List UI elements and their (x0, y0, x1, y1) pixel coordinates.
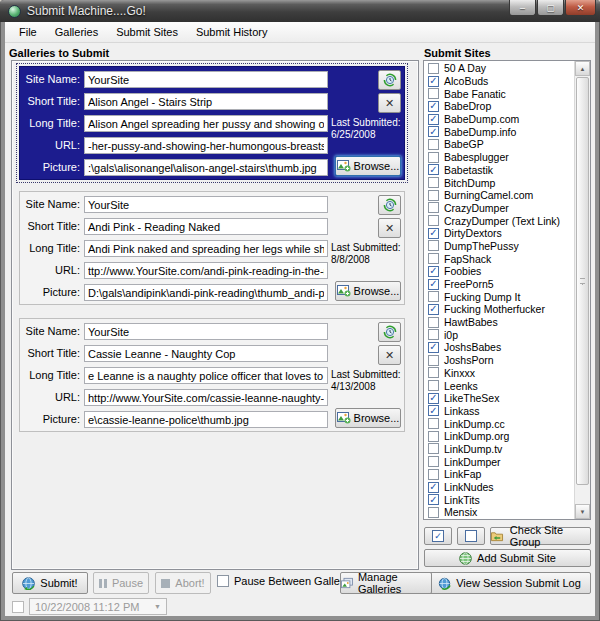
site-checkbox[interactable] (428, 456, 439, 467)
scrollbar-thumb[interactable] (576, 77, 589, 485)
submit-single-gallery-button[interactable] (378, 70, 401, 90)
site-checkbox[interactable] (428, 317, 439, 328)
site-checkbox[interactable]: ✓ (428, 266, 439, 277)
site-row[interactable]: ✓LinkTits (424, 493, 573, 506)
site-checkbox[interactable]: ✓ (428, 101, 439, 112)
minimize-button[interactable]: – (509, 0, 536, 16)
abort-button[interactable]: Abort! (155, 572, 211, 594)
site-checkbox[interactable] (428, 215, 439, 226)
site-name-input[interactable] (84, 71, 328, 88)
site-row[interactable]: Fucking Dump It (424, 290, 573, 303)
site-checkbox[interactable]: ✓ (428, 342, 439, 353)
close-button[interactable]: ✕ (565, 0, 596, 16)
site-checkbox[interactable] (428, 380, 439, 391)
site-row[interactable]: ✓AlcoBuds (424, 75, 573, 88)
gallery-item[interactable]: Site Name: Short Title: Long Title: URL:… (19, 191, 405, 305)
site-checkbox[interactable] (428, 431, 439, 442)
site-row[interactable]: Mensix (424, 506, 573, 519)
site-checkbox[interactable]: ✓ (428, 164, 439, 175)
long-title-input[interactable] (84, 240, 328, 257)
site-checkbox[interactable] (428, 367, 439, 378)
site-row[interactable]: LinkDump.org (424, 430, 573, 443)
site-row[interactable]: 50 A Day (424, 62, 573, 75)
site-row[interactable]: ✓Linkass (424, 405, 573, 418)
site-checkbox[interactable]: ✓ (428, 304, 439, 315)
picture-input[interactable] (84, 411, 328, 428)
site-row[interactable]: Leenks (424, 379, 573, 392)
browse-button[interactable]: Browse... (335, 281, 401, 301)
browse-button[interactable]: Browse... (335, 408, 401, 428)
site-checkbox[interactable] (428, 418, 439, 429)
site-checkbox[interactable]: ✓ (428, 405, 439, 416)
site-row[interactable]: Babesplugger (424, 151, 573, 164)
site-checkbox[interactable]: ✓ (428, 482, 439, 493)
site-row[interactable]: HawtBabes (424, 316, 573, 329)
site-checkbox[interactable]: ✓ (428, 76, 439, 87)
pause-button[interactable]: Pause (93, 572, 149, 594)
check-site-group-button[interactable]: Check Site Group (490, 527, 591, 545)
scroll-up-button[interactable]: ▲ (575, 61, 590, 76)
site-row[interactable]: ✓LinkNudes (424, 481, 573, 494)
site-row[interactable]: ✓Foobies (424, 265, 573, 278)
site-row[interactable]: CrazyDumper (424, 202, 573, 215)
menu-submit-sites[interactable]: Submit Sites (107, 23, 187, 41)
site-row[interactable]: ✓FreePorn5 (424, 278, 573, 291)
site-row[interactable]: CrazyDumper (Text Link) (424, 214, 573, 227)
site-name-input[interactable] (84, 323, 328, 340)
scroll-down-button[interactable]: ▼ (575, 504, 590, 519)
site-checkbox[interactable] (428, 253, 439, 264)
manage-galleries-button[interactable]: Manage Galleries (340, 572, 432, 594)
add-submit-site-button[interactable]: Add Submit Site (424, 549, 591, 567)
submit-single-gallery-button[interactable] (378, 322, 401, 342)
site-row[interactable]: ✓Fucking Motherfucker (424, 303, 573, 316)
sites-scrollbar[interactable]: ▲ ▼ (574, 61, 590, 519)
site-row[interactable]: LinkDump.cc (424, 417, 573, 430)
site-row[interactable]: ✓BabeDump.info (424, 125, 573, 138)
site-row[interactable]: JoshsPorn (424, 354, 573, 367)
pause-between-checkbox[interactable] (217, 575, 229, 587)
menu-galleries[interactable]: Galleries (46, 23, 107, 41)
site-checkbox[interactable] (428, 291, 439, 302)
site-checkbox[interactable]: ✓ (428, 279, 439, 290)
short-title-input[interactable] (84, 345, 328, 362)
remove-gallery-button[interactable]: ✕ (378, 93, 401, 113)
site-checkbox[interactable] (428, 507, 439, 518)
site-row[interactable]: ✓JoshsBabes (424, 341, 573, 354)
site-checkbox[interactable] (428, 190, 439, 201)
schedule-datetime-picker[interactable]: 10/22/2008 11:12 PM ▼ (29, 598, 167, 615)
site-checkbox[interactable] (428, 139, 439, 150)
check-all-sites-button[interactable]: ✓ (424, 527, 452, 545)
short-title-input[interactable] (84, 218, 328, 235)
menu-submit-history[interactable]: Submit History (187, 23, 277, 41)
url-input[interactable] (84, 262, 328, 279)
view-session-log-button[interactable]: View Session Submit Log (428, 572, 591, 594)
site-row[interactable]: BitchDump (424, 176, 573, 189)
url-input[interactable] (84, 137, 328, 154)
site-row[interactable]: ✓LikeTheSex (424, 392, 573, 405)
site-checkbox[interactable]: ✓ (428, 126, 439, 137)
site-checkbox[interactable] (428, 88, 439, 99)
site-row[interactable]: FapShack (424, 252, 573, 265)
gallery-item[interactable]: Site Name: Short Title: Long Title: URL:… (19, 66, 405, 180)
long-title-input[interactable] (84, 367, 328, 384)
site-checkbox[interactable]: ✓ (428, 494, 439, 505)
remove-gallery-button[interactable]: ✕ (378, 345, 401, 365)
site-checkbox[interactable] (428, 240, 439, 251)
site-checkbox[interactable] (428, 355, 439, 366)
site-checkbox[interactable] (428, 152, 439, 163)
site-row[interactable]: ✓BabeDrop (424, 100, 573, 113)
menu-file[interactable]: File (10, 23, 46, 41)
site-checkbox[interactable]: ✓ (428, 114, 439, 125)
maximize-button[interactable]: ▢ (537, 0, 564, 16)
site-checkbox[interactable]: ✓ (428, 228, 439, 239)
site-row[interactable]: ✓DirtyDextors (424, 227, 573, 240)
gallery-item[interactable]: Site Name: Short Title: Long Title: URL:… (19, 318, 405, 432)
picture-input[interactable] (84, 284, 328, 301)
submit-button[interactable]: Submit! (12, 572, 88, 594)
long-title-input[interactable] (84, 115, 328, 132)
site-name-input[interactable] (84, 196, 328, 213)
site-checkbox[interactable] (428, 177, 439, 188)
picture-input[interactable] (84, 159, 328, 176)
browse-button[interactable]: Browse... (335, 156, 401, 176)
site-checkbox[interactable] (428, 329, 439, 340)
